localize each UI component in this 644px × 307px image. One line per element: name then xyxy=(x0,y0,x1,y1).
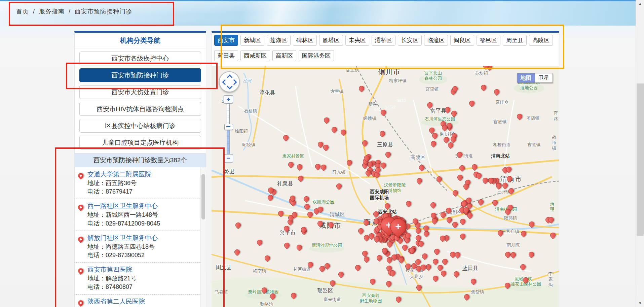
district-tab[interactable]: 鄠邑区 xyxy=(477,35,500,46)
zoom-slider-handle[interactable] xyxy=(224,124,233,130)
district-tab[interactable]: 高陵区 xyxy=(529,35,553,46)
breadcrumb-link[interactable]: 服务指南 xyxy=(39,8,65,15)
browser-scrollbar[interactable]: ▲ ▼ xyxy=(636,0,644,307)
map-label: 官路 xyxy=(554,111,558,122)
map-label: 蔺店镇 xyxy=(527,115,540,121)
clinic-name-link[interactable]: 解放门社区卫生服务中心 xyxy=(87,234,198,242)
sidebar-item[interactable]: 西安市犬伤处置门诊 xyxy=(79,85,201,99)
district-tab[interactable]: 国际港务区 xyxy=(299,50,334,61)
clinic-list-item: 交通大学第二附属医院地址：西五路36号电话：87679417 xyxy=(75,167,200,199)
sidebar-item[interactable]: 西安市HIV抗体自愿咨询检测点 xyxy=(79,102,201,116)
map-label: 官庄镇 xyxy=(346,67,359,73)
district-tab[interactable]: 西安市 xyxy=(214,35,238,46)
district-tab[interactable]: 阎良区 xyxy=(450,35,474,46)
breadcrumb-link[interactable]: 首页 xyxy=(16,8,29,15)
district-tab[interactable]: 碑林区 xyxy=(293,35,317,46)
map-label: 礼泉县 xyxy=(277,180,293,187)
clinic-phone: 电话：87480807 xyxy=(87,283,198,291)
sidebar-item[interactable]: 儿童口腔项目定点医疗机构 xyxy=(79,136,201,149)
map-label: 三原县 xyxy=(377,141,393,148)
map-type-control: 地图 卫星 xyxy=(517,73,553,83)
district-tab[interactable]: 临潼区 xyxy=(424,35,448,46)
district-tab[interactable]: 蓝田县 xyxy=(214,50,238,61)
map-label: 焦岱镇 xyxy=(471,289,484,295)
district-tab[interactable]: 高新区 xyxy=(272,50,296,61)
map-label: 昭陵镇 xyxy=(242,142,256,147)
sidebar-title: 机构分类导航 xyxy=(75,33,206,48)
clinic-items: 交通大学第二附属医院地址：西五路36号电话：87679417西一路社区卫生服务中… xyxy=(75,167,200,307)
map-label: 庞光街道 xyxy=(324,297,341,302)
map-label: 富平北山 森林公园 xyxy=(424,70,442,81)
map-label: 官底镇 xyxy=(494,119,507,125)
breadcrumb-link[interactable]: 西安市预防接种门诊 xyxy=(75,8,132,15)
scrollbar-up-arrow[interactable]: ▲ xyxy=(636,1,644,7)
pan-right-button[interactable] xyxy=(231,79,237,85)
map-label: 大兆乡 xyxy=(410,274,423,279)
map-label: G210 xyxy=(397,98,406,103)
district-tab[interactable]: 莲湖区 xyxy=(267,35,291,46)
zoom-in-button[interactable]: + xyxy=(224,95,233,103)
map-label: 嵯峨镇 xyxy=(364,116,377,121)
scrollbar-down-arrow[interactable]: ▼ xyxy=(636,300,644,306)
map-label: 三官庙镇 xyxy=(502,229,519,234)
clinic-name-link[interactable]: 西一路社区卫生服务中心 xyxy=(87,202,198,210)
sidebar-category-nav: 机构分类导航 西安市各级疾控中心西安市预防接种门诊西安市犬伤处置门诊西安市HIV… xyxy=(74,31,206,156)
pan-left-button[interactable] xyxy=(222,79,228,85)
clinic-address: 地址：尚德路五四巷18号 xyxy=(87,243,198,251)
sidebar-item[interactable]: 西安市各级疾控中心 xyxy=(79,52,201,65)
map-label: 铜川市 xyxy=(378,68,401,76)
breadcrumb-separator: / xyxy=(31,8,37,15)
map-type-map-button[interactable]: 地图 xyxy=(517,73,535,82)
map-label: 峰阳镇 xyxy=(235,129,248,134)
scrollbar-thumb[interactable] xyxy=(637,83,644,236)
list-scrollbar[interactable] xyxy=(200,167,206,307)
sidebar-item[interactable]: 区县疾控中心结核病门诊 xyxy=(79,119,201,133)
district-tab[interactable]: 未央区 xyxy=(345,35,369,46)
map-label: 梅家坪镇 xyxy=(389,78,407,83)
clinic-name-link[interactable]: 交通大学第二附属医院 xyxy=(87,170,198,179)
district-tab[interactable]: 雁塔区 xyxy=(319,35,343,46)
pan-down-button[interactable] xyxy=(227,84,233,90)
map-label: 周至县 xyxy=(216,264,232,271)
clinic-phone: 电话：029-87412009-8045 xyxy=(87,220,198,228)
map-label: 官道镇 xyxy=(528,142,541,147)
map-pan-control[interactable] xyxy=(219,71,240,92)
clinic-phone: 电话：87679417 xyxy=(87,188,198,196)
clinic-list-panel: 西安市预防接种门诊数量为382个 交通大学第二附属医院地址：西五路36号电话：8… xyxy=(74,153,206,307)
map-label: G65 xyxy=(374,107,381,112)
district-tab[interactable]: 周至县 xyxy=(503,35,527,46)
clinic-name-link[interactable]: 西安市第四医院 xyxy=(87,266,198,274)
map-label: 淳化县 xyxy=(259,90,275,96)
map-canvas[interactable]: + − 地图 卫星 官庄镇铜川市梅家坪镇富平北山 森林公园苏坊镇卤阳湖国家 湿地… xyxy=(212,66,559,307)
list-scrollbar-thumb[interactable] xyxy=(201,174,205,219)
sidebar-item[interactable]: 西安市预防接种门诊 xyxy=(79,68,201,82)
map-label: 鄠邑区 xyxy=(317,287,333,294)
map-label: G6522 xyxy=(384,105,395,110)
map-label: 石川河生态公园 xyxy=(425,116,455,122)
map-label: 耿峪沟 xyxy=(260,302,273,307)
map-label: 南月陈 xyxy=(507,242,520,248)
map-label: 阳郭镇 xyxy=(504,215,517,221)
map-pin-icon xyxy=(77,204,85,211)
map-label: 阡东镇 xyxy=(333,170,346,175)
district-tab[interactable]: 灞桥区 xyxy=(372,35,395,46)
map-type-satellite-button[interactable]: 卫星 xyxy=(535,73,553,82)
map-label: 李家沟 xyxy=(546,271,555,288)
clinic-count-header: 西安市预防接种门诊数量为382个 xyxy=(75,154,206,167)
zoom-out-button[interactable]: − xyxy=(224,154,233,162)
pan-up-button[interactable] xyxy=(227,75,233,80)
clinic-address: 地址：新城区西一路148号 xyxy=(87,211,198,219)
clinic-list-item: 西安市第四医院地址：解放路21号电话：87480807 xyxy=(75,263,200,294)
clinic-phone: 电话：029-87390052 xyxy=(87,251,198,259)
district-tab[interactable]: 新城区 xyxy=(240,35,264,46)
map-label: 甘河街道 xyxy=(293,267,311,272)
map-label: 方里镇 xyxy=(331,89,344,94)
map-label: 渭城区 xyxy=(330,211,345,218)
map-label: 马召镇 xyxy=(215,289,228,295)
district-tab[interactable]: 西咸新区 xyxy=(240,50,270,61)
map-label: 故市镇 xyxy=(552,135,557,151)
clinic-name-link[interactable]: 陕西省第二人民医院 xyxy=(87,298,198,306)
district-tab[interactable]: 长安区 xyxy=(398,35,422,46)
map-label: 宫里镇 xyxy=(426,87,439,92)
map-label: 双照湖公园 xyxy=(313,199,335,205)
